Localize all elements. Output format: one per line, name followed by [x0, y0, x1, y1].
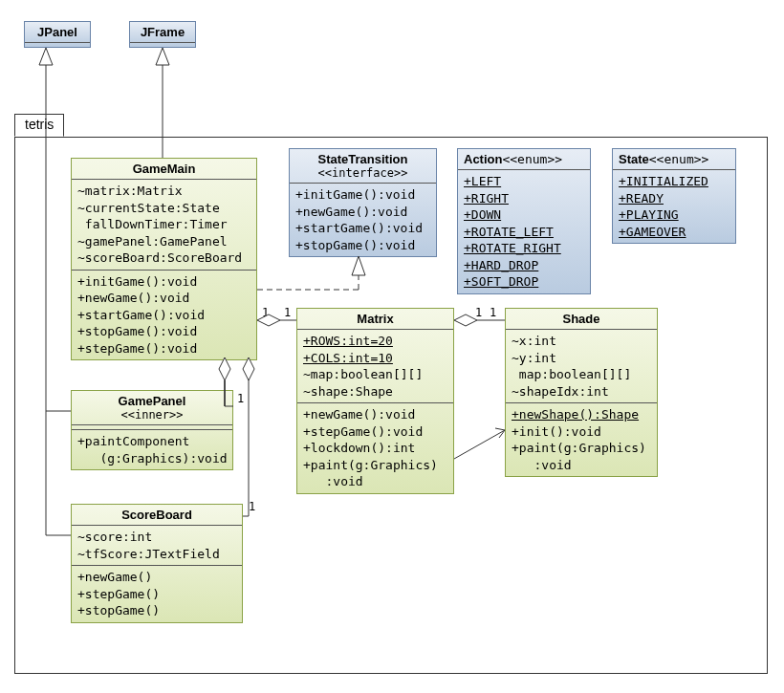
ops-scoreboard: +newGame() +stepGame() +stopGame()	[72, 566, 242, 622]
title-jframe: JFrame	[130, 22, 195, 43]
package-tab: tetris	[14, 114, 64, 137]
attrs-gamemain: ~matrix:Matrix ~currentState:State fallD…	[72, 180, 256, 271]
class-statetransition: StateTransition <<interface>> +initGame(…	[289, 148, 437, 257]
attrs-matrix: +ROWS:int=20 +COLS:int=10 ~map:boolean[]…	[297, 330, 453, 403]
class-gamepanel: GamePanel <<inner>> +paintComponent (g:G…	[71, 390, 233, 470]
mult-gm-panel: 1	[237, 392, 244, 405]
class-action: Action<<enum>> +LEFT +RIGHT +DOWN +ROTAT…	[457, 148, 591, 294]
mult-gm-matrix-left: 1	[262, 306, 269, 319]
class-shade: Shade ~x:int ~y:int map:boolean[][] ~sha…	[505, 308, 658, 477]
title-gamepanel: GamePanel <<inner>>	[72, 391, 232, 425]
title-shade: Shade	[506, 309, 657, 330]
mult-matrix-shade-left: 1	[475, 306, 482, 319]
title-matrix: Matrix	[297, 309, 453, 330]
attrs-shade: ~x:int ~y:int map:boolean[][] ~shapeIdx:…	[506, 330, 657, 403]
title-state: State<<enum>>	[613, 149, 735, 170]
svg-marker-1	[156, 48, 169, 65]
title-jpanel: JPanel	[25, 22, 90, 43]
class-gamemain: GameMain ~matrix:Matrix ~currentState:St…	[71, 158, 257, 360]
mult-matrix-shade-right: 1	[490, 306, 496, 319]
title-scoreboard: ScoreBoard	[72, 505, 242, 526]
class-jframe: JFrame	[129, 21, 196, 48]
class-scoreboard: ScoreBoard ~score:int ~tfScore:JTextFiel…	[71, 504, 243, 623]
title-gamemain: GameMain	[72, 159, 256, 180]
attrs-scoreboard: ~score:int ~tfScore:JTextField	[72, 526, 242, 566]
mult-gm-score: 1	[249, 500, 255, 513]
package-name: tetris	[25, 117, 54, 132]
ops-shade: +newShape():Shape +init():void +paint(g:…	[506, 403, 657, 476]
ops-gamepanel: +paintComponent (g:Graphics):void	[72, 430, 232, 469]
vals-state: +INITIALIZED +READY +PLAYING +GAMEOVER	[613, 170, 735, 243]
ops-matrix: +newGame():void +stepGame():void +lockdo…	[297, 403, 453, 493]
vals-action: +LEFT +RIGHT +DOWN +ROTATE_LEFT +ROTATE_…	[458, 170, 590, 293]
class-matrix: Matrix +ROWS:int=20 +COLS:int=10 ~map:bo…	[296, 308, 454, 494]
ops-gamemain: +initGame():void +newGame():void +startG…	[72, 271, 256, 360]
class-jpanel: JPanel	[24, 21, 91, 48]
mult-gm-matrix-right: 1	[284, 306, 291, 319]
title-statetransition: StateTransition <<interface>>	[290, 149, 436, 184]
ops-statetransition: +initGame():void +newGame():void +startG…	[290, 184, 436, 256]
class-state: State<<enum>> +INITIALIZED +READY +PLAYI…	[612, 148, 736, 244]
title-action: Action<<enum>>	[458, 149, 590, 170]
svg-marker-2	[39, 48, 53, 65]
